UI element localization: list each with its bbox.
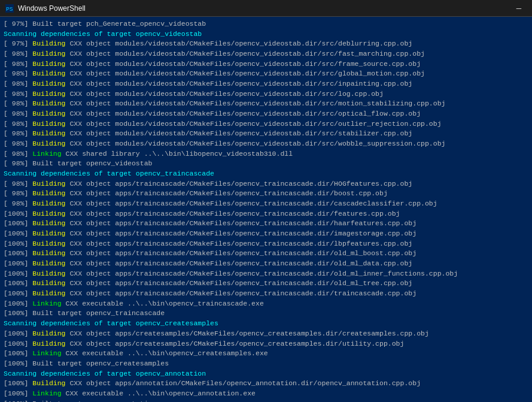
terminal-line: [100%] Linking CXX executable ..\..\bin\… xyxy=(4,349,528,359)
terminal-line: [ 98%] Building CXX object modules/video… xyxy=(4,109,528,119)
titlebar-controls: — xyxy=(510,2,527,14)
terminal-line: [ 98%] Building CXX object modules/video… xyxy=(4,69,528,79)
terminal-line: [ 98%] Building CXX object modules/video… xyxy=(4,139,528,149)
terminal-line: [100%] Linking CXX executable ..\..\bin\… xyxy=(4,389,528,399)
terminal-line: [100%] Building CXX object apps/traincas… xyxy=(4,209,528,219)
terminal-line: [100%] Building CXX object apps/annotati… xyxy=(4,379,528,389)
terminal-line: [ 97%] Built target pch_Generate_opencv_… xyxy=(4,19,528,29)
terminal-line: [100%] Building CXX object apps/createsa… xyxy=(4,339,528,349)
terminal-line: [100%] Building CXX object apps/traincas… xyxy=(4,219,528,229)
terminal-line: [ 98%] Built target opencv_videostab xyxy=(4,159,528,169)
terminal-line: [ 98%] Building CXX object modules/video… xyxy=(4,129,528,139)
window: PS Windows PowerShell — [ 97%] Built tar… xyxy=(0,0,532,402)
terminal-line: Scanning dependencies of target opencv_c… xyxy=(4,319,528,329)
minimize-button[interactable]: — xyxy=(510,2,527,14)
terminal-line: [ 98%] Linking CXX shared library ..\..\… xyxy=(4,149,528,159)
terminal-line: [ 97%] Building CXX object modules/video… xyxy=(4,39,528,49)
terminal-line: [100%] Building CXX object apps/traincas… xyxy=(4,229,528,239)
terminal-line: [ 98%] Building CXX object modules/video… xyxy=(4,49,528,59)
terminal-line: [100%] Building CXX object apps/traincas… xyxy=(4,249,528,259)
terminal-line: Scanning dependencies of target opencv_a… xyxy=(4,369,528,379)
terminal-line: Scanning dependencies of target opencv_v… xyxy=(4,29,528,40)
terminal-line: [100%] Building CXX object apps/traincas… xyxy=(4,279,528,289)
terminal-line: [100%] Linking CXX executable ..\..\bin\… xyxy=(4,299,528,309)
terminal-line: [100%] Built target opencv_createsamples xyxy=(4,359,528,369)
terminal-line: [ 98%] Building CXX object modules/video… xyxy=(4,79,528,89)
terminal-line: [ 98%] Building CXX object modules/video… xyxy=(4,59,528,69)
terminal-line: [100%] Building CXX object apps/traincas… xyxy=(4,269,528,279)
powershell-icon: PS xyxy=(5,4,14,13)
terminal-line: [100%] Building CXX object apps/traincas… xyxy=(4,239,528,249)
svg-text:PS: PS xyxy=(6,6,13,13)
terminal-line: [100%] Building CXX object apps/traincas… xyxy=(4,259,528,269)
terminal-line: [ 98%] Building CXX object modules/video… xyxy=(4,99,528,109)
terminal-line: [ 98%] Building CXX object apps/traincas… xyxy=(4,179,528,189)
terminal-line: [ 98%] Building CXX object apps/traincas… xyxy=(4,189,528,199)
terminal-line: [100%] Built target opencv_annotation xyxy=(4,399,528,402)
terminal-line: [ 98%] Building CXX object modules/video… xyxy=(4,119,528,129)
terminal-line: [100%] Building CXX object apps/createsa… xyxy=(4,329,528,339)
terminal-line: [100%] Building CXX object apps/traincas… xyxy=(4,289,528,299)
terminal-line: [ 98%] Building CXX object apps/traincas… xyxy=(4,199,528,209)
titlebar-title: Windows PowerShell xyxy=(18,4,510,13)
terminal-line: [100%] Built target opencv_traincascade xyxy=(4,309,528,319)
terminal-output: [ 97%] Built target pch_Generate_opencv_… xyxy=(0,17,532,402)
terminal-line: Scanning dependencies of target opencv_t… xyxy=(4,169,528,179)
terminal-line: [ 98%] Building CXX object modules/video… xyxy=(4,89,528,99)
titlebar: PS Windows PowerShell — xyxy=(0,0,532,17)
